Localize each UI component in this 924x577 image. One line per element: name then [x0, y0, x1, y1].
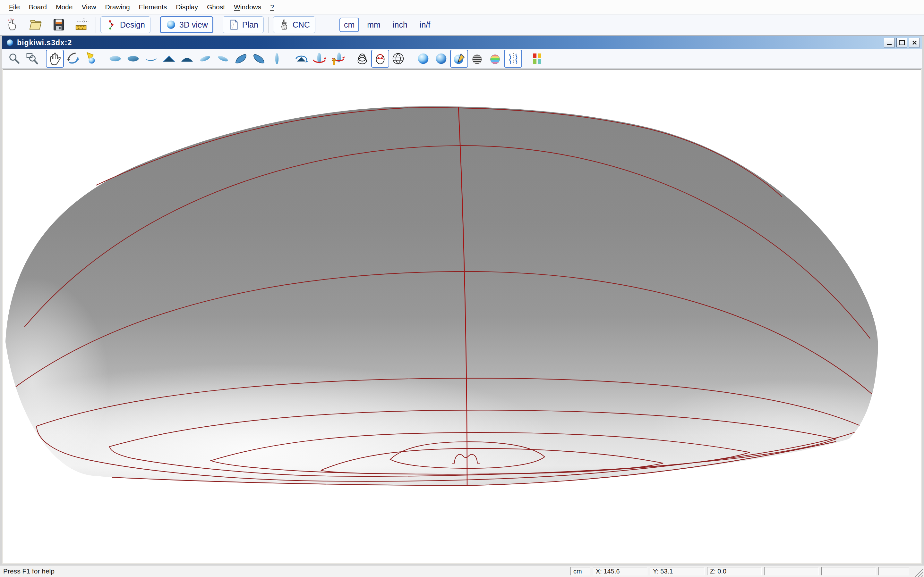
paint-view-button[interactable]	[450, 50, 468, 68]
stripes-view-icon	[470, 51, 485, 66]
unit-inch-button[interactable]: inch	[389, 18, 412, 32]
flip-board-icon	[330, 51, 344, 66]
rail-right-view-button[interactable]	[214, 50, 232, 68]
deck-view-button[interactable]	[106, 50, 124, 68]
cnc-mode-button-label: CNC	[292, 20, 310, 29]
flip-board-button[interactable]	[328, 50, 346, 68]
wireframe-slices-button[interactable]	[371, 50, 389, 68]
status-bar: Press F1 for help cmX: 145.6Y: 53.1Z: 0.…	[0, 565, 924, 577]
render-light-button[interactable]	[82, 50, 100, 68]
unit-inf-button[interactable]: in/f	[415, 18, 435, 32]
window-title: bigkiwi.s3dx:2	[17, 39, 882, 47]
unit-mm-button[interactable]: mm	[363, 18, 384, 32]
pointer-icon	[5, 17, 20, 32]
rail-right-view-icon	[216, 51, 230, 66]
bottom-view-button[interactable]	[124, 50, 142, 68]
menu-drawing[interactable]: Drawing	[101, 3, 134, 11]
bottom-view-icon	[126, 51, 141, 66]
save-button[interactable]	[49, 16, 68, 34]
menu-windows[interactable]: Windows	[229, 3, 266, 11]
deck-view-icon	[108, 51, 123, 66]
status-field-empty-4	[764, 567, 819, 575]
menu-elements[interactable]: Elements	[134, 3, 172, 11]
rotate-board-button[interactable]	[310, 50, 328, 68]
measure-icon	[74, 17, 89, 32]
curvature-map-button[interactable]	[486, 50, 504, 68]
smooth-view-button[interactable]	[432, 50, 450, 68]
outline-view-button[interactable]	[268, 50, 286, 68]
pan-button[interactable]	[46, 50, 64, 68]
mode-button-group: Design3D viewPlanCNC	[100, 16, 325, 33]
wireframe-button[interactable]	[353, 50, 371, 68]
color-palette-button[interactable]	[528, 50, 546, 68]
save-icon	[51, 17, 66, 32]
3d-view-mode-button[interactable]: 3D view	[160, 16, 213, 33]
file-button-group	[3, 16, 91, 34]
render-light-icon	[83, 51, 98, 66]
design-mode-button-label: Design	[120, 20, 145, 29]
close-icon	[912, 40, 917, 45]
view-toolbar	[2, 49, 922, 69]
resize-grip-icon[interactable]	[914, 569, 923, 577]
paint-view-icon	[452, 51, 467, 66]
perspective-left-view-button[interactable]	[232, 50, 250, 68]
menu-view[interactable]: View	[77, 3, 100, 11]
minimize-button[interactable]	[884, 38, 895, 47]
stripes-view-button[interactable]	[468, 50, 486, 68]
outline-view-icon	[270, 51, 284, 66]
plan-mode-button[interactable]: Plan	[223, 16, 264, 33]
open-icon	[28, 17, 43, 32]
zoom-window-icon	[25, 51, 40, 66]
menu-file[interactable]: File	[5, 3, 24, 11]
status-field-empty-6	[879, 567, 909, 575]
status-field-z: Z: 0.0	[707, 567, 762, 575]
rotate-view-icon	[65, 51, 80, 66]
design-icon	[106, 19, 118, 31]
pointer-tool-button[interactable]	[3, 16, 22, 34]
back-section-button[interactable]	[178, 50, 196, 68]
color-palette-icon	[530, 51, 545, 66]
document-titlebar[interactable]: bigkiwi.s3dx:2	[2, 36, 922, 49]
perspective-right-view-button[interactable]	[250, 50, 268, 68]
rocker-view-button[interactable]	[142, 50, 160, 68]
viewport	[3, 69, 921, 563]
cnc-icon	[278, 19, 290, 31]
zoom-button[interactable]	[5, 50, 23, 68]
menu-board[interactable]: Board	[24, 3, 51, 11]
rotate-section-button[interactable]	[292, 50, 310, 68]
menu-mode[interactable]: Mode	[51, 3, 78, 11]
menu-display[interactable]: Display	[171, 3, 202, 11]
status-field-empty-5	[821, 567, 876, 575]
design-mode-button[interactable]: Design	[100, 16, 150, 33]
document-window: bigkiwi.s3dx:2	[2, 36, 922, 564]
unit-cm-button[interactable]: cm	[339, 18, 359, 32]
rail-left-view-button[interactable]	[196, 50, 214, 68]
wireframe-icon	[355, 51, 370, 66]
perspective-right-view-icon	[252, 51, 266, 66]
menu-help[interactable]: ?	[266, 3, 278, 11]
status-fields: cmX: 145.6Y: 53.1Z: 0.0	[570, 567, 912, 575]
toolbar-separator	[95, 17, 96, 33]
toolbar-separator	[155, 17, 155, 33]
rotate-board-icon	[312, 51, 326, 66]
maximize-button[interactable]	[897, 38, 907, 47]
status-field-cm: cm	[570, 567, 590, 575]
close-button[interactable]	[909, 38, 920, 47]
smooth-view-icon	[434, 51, 449, 66]
open-button[interactable]	[26, 16, 45, 34]
application-window: FileBoardModeViewDrawingElementsDisplayG…	[0, 0, 924, 577]
zoom-window-button[interactable]	[23, 50, 41, 68]
mesh-view-button[interactable]	[389, 50, 407, 68]
rail-left-view-icon	[198, 51, 212, 66]
menu-ghost[interactable]: Ghost	[202, 3, 229, 11]
3d-canvas[interactable]	[3, 69, 921, 563]
shaded-view-button[interactable]	[414, 50, 432, 68]
flow-lines-button[interactable]	[504, 50, 522, 68]
view3d-icon	[165, 19, 177, 31]
cnc-mode-button[interactable]: CNC	[273, 16, 315, 33]
measure-button[interactable]	[73, 16, 91, 34]
mesh-view-icon	[391, 51, 405, 66]
rotate-view-button[interactable]	[64, 50, 82, 68]
front-section-icon	[162, 51, 176, 66]
front-section-button[interactable]	[160, 50, 178, 68]
